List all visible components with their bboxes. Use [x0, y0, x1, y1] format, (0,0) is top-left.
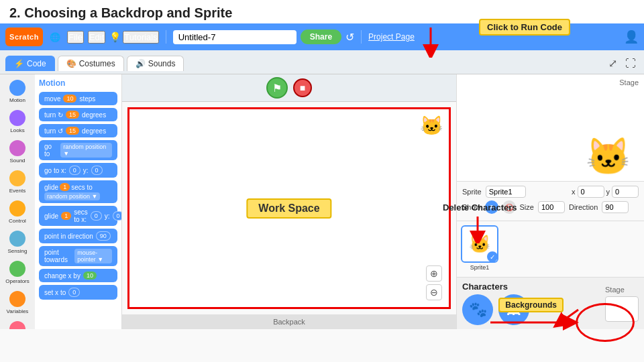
globe-button[interactable]: 🌐	[47, 31, 63, 44]
user-avatar[interactable]: 👤	[624, 29, 639, 44]
zoom-out-btn[interactable]: ⊖	[426, 284, 442, 300]
block-set-x[interactable]: set x to 0	[39, 285, 117, 300]
block-point-dir[interactable]: point in direction 90	[39, 229, 117, 243]
zoom-controls: ⊕ ⊖	[426, 265, 442, 300]
cat-variables[interactable]: Variables	[2, 288, 33, 317]
green-flag-button[interactable]: ⚑	[266, 77, 288, 99]
control-color	[9, 200, 25, 217]
show-button[interactable]: 👁	[485, 200, 498, 214]
nav-separator	[166, 30, 166, 44]
sprites-area: 🐱 ✓ Sprite1	[457, 221, 644, 277]
title-text: 2. Choosing a Backdrop and Sprite	[9, 5, 232, 20]
backpack-label: Backpack	[273, 318, 305, 326]
sounds-icon: 🔊	[136, 59, 146, 68]
workspace-label: Work Space	[246, 198, 331, 219]
backpack-bar[interactable]: Backpack	[122, 314, 456, 329]
size-input[interactable]	[538, 201, 565, 213]
project-name-input[interactable]	[173, 30, 297, 44]
block-goto-random[interactable]: go to random position ▼	[39, 140, 117, 160]
block-glide-xy[interactable]: glide 1 secs to x: 0 y: 0	[39, 206, 117, 226]
code-tab[interactable]: ⚡ Code	[5, 56, 55, 71]
motion-color	[9, 80, 25, 96]
cat-motion[interactable]: Motion	[2, 77, 33, 106]
stage-label: Stage	[619, 78, 639, 86]
blocks-panel: Motion move 10 steps turn ↻ 15 degrees t…	[35, 74, 122, 329]
costumes-icon: 🎨	[66, 59, 76, 68]
stage-buttons: Characters 🐾 🖼 Stage	[457, 277, 644, 329]
category-sidebar: Motion Looks Sound Events Control Sensin…	[0, 74, 35, 329]
tutorials-menu[interactable]: Tutorials	[123, 31, 158, 44]
sprite1-selected: ✓	[487, 251, 498, 262]
characters-label: Characters	[462, 282, 529, 292]
sprite-name-input[interactable]	[486, 186, 526, 198]
sprite-preview-small: 🐱	[420, 115, 443, 137]
block-point-towards[interactable]: point towards mouse-pointer ▼	[39, 246, 117, 266]
code-icon: ⚡	[14, 59, 24, 68]
zoom-in-btn[interactable]: ⊕	[426, 265, 442, 282]
cat-myblocks[interactable]: My Blocks	[2, 318, 33, 329]
characters-label-area: Characters 🐾 🖼	[462, 282, 529, 325]
add-sprite-button[interactable]: 🐾	[462, 294, 493, 325]
sprite-name-row: Sprite x y	[462, 186, 639, 198]
nav-separator2	[361, 30, 362, 44]
tab-right-controls: ⤢ ⛶	[606, 56, 639, 71]
stage-thumbnail[interactable]	[605, 296, 639, 322]
stop-icon: ■	[300, 82, 305, 93]
block-goto-xy[interactable]: go to x: 0 y: 0	[39, 163, 117, 178]
myblocks-color	[9, 321, 25, 329]
stop-button[interactable]: ■	[293, 78, 312, 97]
nav-right: 👤	[624, 29, 639, 44]
blocks-title: Motion	[39, 78, 117, 88]
sprites-scroll: 🐱 ✓ Sprite1	[461, 225, 640, 271]
sprite1-icon: 🐱	[469, 234, 490, 255]
sensing-color	[9, 231, 25, 247]
tab-bar: ⚡ Code 🎨 Costumes 🔊 Sounds ⤢ ⛶	[0, 50, 644, 74]
workspace-canvas: 🐱 Work Space ⊕ ⊖	[127, 107, 451, 309]
add-backdrop-icon: 🖼	[506, 301, 521, 318]
project-page-link[interactable]: Project Page	[368, 32, 415, 42]
block-glide-random[interactable]: glide 1 secs to random position ▼	[39, 180, 117, 203]
fullscreen-btn[interactable]: ⛶	[623, 56, 639, 71]
edit-menu[interactable]: Edit	[88, 31, 105, 44]
variables-color	[9, 291, 25, 307]
block-turn-ccw[interactable]: turn ↺ 15 degrees	[39, 124, 117, 137]
events-color	[9, 170, 25, 186]
scratch-logo: Scratch	[5, 27, 43, 46]
cat-sound[interactable]: Sound	[2, 137, 33, 166]
sprite-controls: Sprite x y Show 👁 🚫 Size Direction	[457, 182, 644, 221]
operators-color	[9, 261, 25, 277]
remix-icon[interactable]: ↺	[345, 31, 354, 44]
cat-sensing[interactable]: Sensing	[2, 228, 33, 257]
share-button[interactable]: Share	[301, 29, 341, 44]
stage-panel: Stage 🐱 Sprite x y Show 👁 🚫 Size	[456, 74, 644, 329]
block-turn-cw[interactable]: turn ↻ 15 degrees	[39, 108, 117, 121]
sprite-y-input[interactable]	[612, 186, 639, 198]
cat-events[interactable]: Events	[2, 168, 33, 196]
stage-preview: Stage 🐱	[457, 74, 644, 182]
sprite-props-row: Show 👁 🚫 Size Direction	[462, 200, 639, 214]
block-change-x[interactable]: change x by 10	[39, 269, 117, 282]
sounds-tab[interactable]: 🔊 Sounds	[127, 56, 184, 71]
sprite-x-input[interactable]	[578, 186, 604, 198]
page-title: 2. Choosing a Backdrop and Sprite	[0, 0, 644, 23]
block-move[interactable]: move 10 steps	[39, 92, 117, 105]
add-backdrop-button[interactable]: 🖼	[498, 294, 529, 325]
direction-input[interactable]	[602, 201, 629, 213]
add-sprite-icon: 🐾	[469, 301, 487, 318]
costumes-tab[interactable]: 🎨 Costumes	[58, 56, 124, 71]
sound-color	[9, 140, 25, 156]
cat-looks[interactable]: Looks	[2, 107, 33, 136]
looks-color	[9, 110, 25, 126]
sprite-item-sprite1[interactable]: 🐱 ✓ Sprite1	[461, 225, 498, 271]
scratch-navbar: Scratch 🌐 File Edit 💡 Tutorials Share ↺ …	[0, 23, 644, 50]
cat-operators[interactable]: Operators	[2, 258, 33, 287]
workspace: ⚑ ■ 🐱 Work Space ⊕ ⊖ Backpack	[122, 74, 456, 329]
cat-control[interactable]: Control	[2, 198, 33, 227]
green-flag-icon: ⚑	[272, 82, 282, 95]
expand-btn[interactable]: ⤢	[606, 56, 620, 71]
workspace-area: 🐱 Work Space ⊕ ⊖	[127, 107, 451, 309]
file-menu[interactable]: File	[67, 31, 84, 44]
stage-side: Stage	[605, 286, 639, 322]
hide-button[interactable]: 🚫	[502, 200, 516, 214]
stage-sprite-cat: 🐱	[586, 138, 631, 174]
